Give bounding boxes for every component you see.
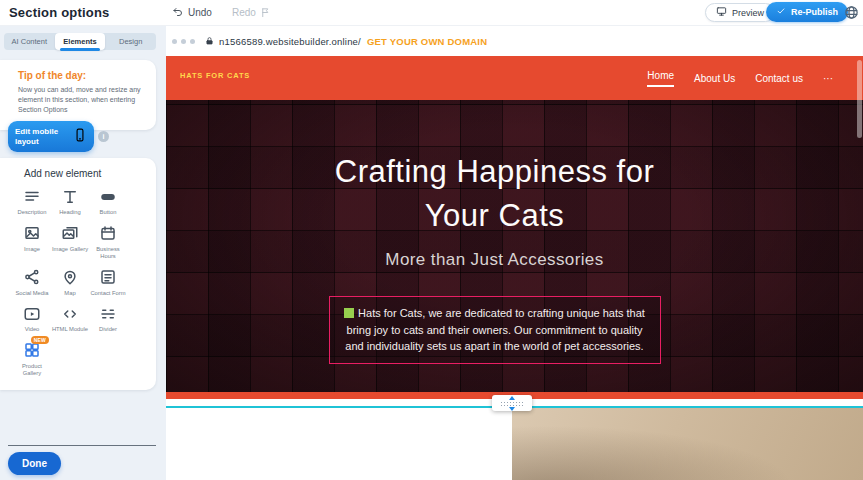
element-label: Video xyxy=(25,326,40,334)
info-icon[interactable]: i xyxy=(98,131,109,142)
business-hours-icon xyxy=(99,224,117,243)
image-icon xyxy=(23,224,41,243)
preview-area: n1566589.websitebuilder.online/ GET YOUR… xyxy=(166,26,863,480)
element-drag-handle[interactable] xyxy=(344,308,354,318)
element-button[interactable]: Button xyxy=(89,187,127,217)
add-element-panel: Add new element Description Heading Butt… xyxy=(0,158,156,390)
image-gallery-icon xyxy=(61,224,79,243)
page-title: Section options xyxy=(9,5,110,20)
arrow-down-icon xyxy=(509,407,515,411)
tip-body: Now you can add, move and resize any ele… xyxy=(18,85,146,115)
hero-paragraph: Hats for Cats, we are dedicated to craft… xyxy=(340,305,650,355)
element-image-gallery[interactable]: Image Gallery xyxy=(51,224,89,261)
hero-heading-line2: Your Cats xyxy=(335,194,654,238)
arrow-up-icon xyxy=(509,396,515,400)
element-social-media[interactable]: Social Media xyxy=(13,268,51,298)
hero-heading[interactable]: Crafting Happiness for Your Cats xyxy=(335,150,654,238)
flag-icon xyxy=(260,7,271,18)
edit-mobile-label: Edit mobile layout xyxy=(15,127,67,146)
site-preview: HATS FOR CATS Home About Us Contact us ·… xyxy=(166,56,863,406)
tab-ai-content[interactable]: AI Content xyxy=(4,33,55,50)
undo-button[interactable]: Undo xyxy=(172,6,212,18)
grip-dots-icon xyxy=(500,401,524,406)
element-label: Image Gallery xyxy=(52,246,88,254)
nav-about-us[interactable]: About Us xyxy=(694,73,735,84)
social-media-icon xyxy=(23,268,41,287)
element-label: Button xyxy=(100,209,117,217)
app-window: Section options Undo Redo Preview Re-Pub… xyxy=(0,0,863,480)
element-business-hours[interactable]: Business Hours xyxy=(89,224,127,261)
hero-paragraph-text: Hats for Cats, we are dedicated to craft… xyxy=(345,307,645,352)
preview-scrollbar[interactable] xyxy=(857,60,862,138)
nav-contact-us[interactable]: Contact us xyxy=(755,73,803,84)
video-icon xyxy=(23,304,41,323)
site-url[interactable]: n1566589.websitebuilder.online/ xyxy=(219,36,361,47)
top-bar: Section options Undo Redo Preview Re-Pub… xyxy=(0,0,863,26)
element-description[interactable]: Description xyxy=(13,187,51,217)
divider-icon xyxy=(99,304,117,323)
element-label: Divider xyxy=(99,326,117,334)
element-divider[interactable]: Divider xyxy=(89,304,127,334)
hero-heading-line1: Crafting Happiness for xyxy=(335,150,654,194)
edit-mobile-layout-button[interactable]: Edit mobile layout xyxy=(8,121,94,152)
preview-button[interactable]: Preview xyxy=(705,3,775,22)
monitor-icon xyxy=(716,6,727,19)
element-map[interactable]: Map xyxy=(51,268,89,298)
element-label: Product Gallery xyxy=(13,363,51,378)
tab-design[interactable]: Design xyxy=(105,33,156,50)
element-video[interactable]: Video xyxy=(13,304,51,334)
sidebar: AI Content Elements Design Tip of the da… xyxy=(0,26,166,480)
element-label: Map xyxy=(64,290,75,298)
undo-redo-group: Undo Redo xyxy=(172,6,271,18)
add-element-title: Add new element xyxy=(0,168,156,179)
globe-icon[interactable] xyxy=(844,5,859,24)
element-label: Social Media xyxy=(15,290,48,298)
undo-label: Undo xyxy=(188,7,212,18)
heading-icon xyxy=(61,187,79,206)
done-button[interactable]: Done xyxy=(8,452,61,475)
hero-section: Crafting Happiness for Your Cats More th… xyxy=(166,100,863,399)
element-heading[interactable]: Heading xyxy=(51,187,89,217)
lock-icon xyxy=(205,36,214,46)
element-image[interactable]: Image xyxy=(13,224,51,261)
map-icon xyxy=(61,268,79,287)
traffic-dots-icon xyxy=(172,39,195,44)
site-logo[interactable]: HATS FOR CATS xyxy=(180,71,250,80)
element-label: Contact Form xyxy=(90,290,125,298)
redo-label: Redo xyxy=(232,7,256,18)
element-contact-form[interactable]: Contact Form xyxy=(89,268,127,298)
phone-icon xyxy=(73,127,87,147)
nav-home[interactable]: Home xyxy=(647,70,674,87)
element-label: HTML Module xyxy=(52,326,88,334)
republish-button[interactable]: Re-Publish xyxy=(766,2,848,22)
section-resize-handle[interactable] xyxy=(492,395,532,411)
nav-more-icon[interactable]: ··· xyxy=(823,73,833,84)
next-section-blank xyxy=(166,408,512,480)
element-label: Description xyxy=(18,209,47,217)
element-html-module[interactable]: HTML Module xyxy=(51,304,89,334)
element-label: Business Hours xyxy=(89,246,127,261)
redo-button[interactable]: Redo xyxy=(232,7,271,18)
check-icon xyxy=(776,6,786,18)
tab-elements[interactable]: Elements xyxy=(55,33,106,50)
product-gallery-icon: NEW xyxy=(23,341,41,360)
html-module-icon xyxy=(61,304,79,323)
element-product-gallery[interactable]: NEW Product Gallery xyxy=(13,341,51,378)
site-nav: Home About Us Contact us ··· xyxy=(647,56,833,100)
next-section-image xyxy=(512,408,863,480)
hero-subheading[interactable]: More than Just Accessories xyxy=(385,250,603,270)
browser-bar: n1566589.websitebuilder.online/ GET YOUR… xyxy=(166,26,863,56)
element-label: Image xyxy=(24,246,40,254)
tip-card: Tip of the day: Now you can add, move an… xyxy=(0,60,156,130)
site-header: HATS FOR CATS Home About Us Contact us ·… xyxy=(166,56,863,100)
preview-label: Preview xyxy=(732,8,764,18)
button-icon xyxy=(99,187,117,206)
element-label: Heading xyxy=(59,209,81,217)
description-icon xyxy=(23,187,41,206)
sidebar-divider xyxy=(8,445,156,446)
sidebar-tabs: AI Content Elements Design xyxy=(4,33,156,50)
republish-label: Re-Publish xyxy=(791,7,838,17)
contact-form-icon xyxy=(99,268,117,287)
get-domain-link[interactable]: GET YOUR OWN DOMAIN xyxy=(367,36,487,47)
hero-paragraph-element[interactable]: Hats for Cats, we are dedicated to craft… xyxy=(329,296,661,364)
